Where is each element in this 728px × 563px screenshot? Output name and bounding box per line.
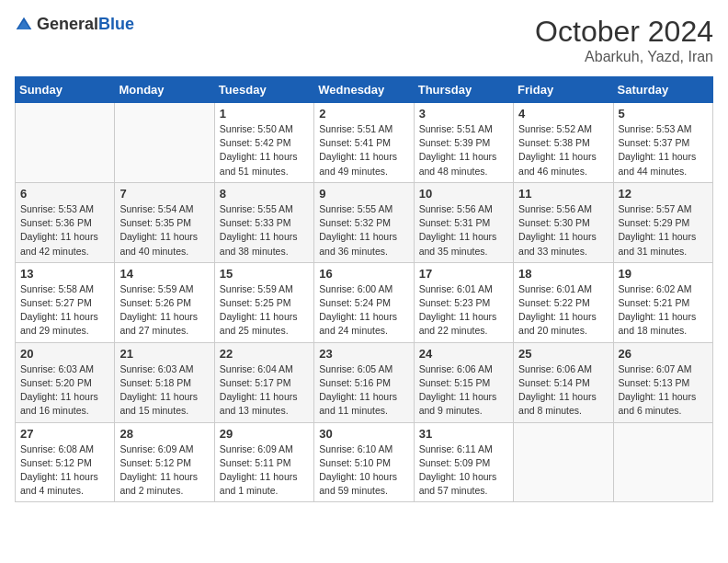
header-day-saturday: Saturday (613, 77, 712, 103)
calendar-cell (514, 422, 613, 502)
calendar-cell: 9Sunrise: 5:55 AM Sunset: 5:32 PM Daylig… (314, 182, 414, 262)
calendar-week-row: 20Sunrise: 6:03 AM Sunset: 5:20 PM Dayli… (16, 342, 713, 422)
cell-day-number: 24 (419, 347, 508, 361)
cell-day-number: 29 (220, 427, 309, 441)
page-header: GeneralBlue October 2024 Abarkuh, Yazd, … (15, 15, 713, 65)
calendar-cell: 11Sunrise: 5:56 AM Sunset: 5:30 PM Dayli… (514, 182, 613, 262)
calendar-cell: 4Sunrise: 5:52 AM Sunset: 5:38 PM Daylig… (514, 103, 613, 183)
calendar-cell: 17Sunrise: 6:01 AM Sunset: 5:23 PM Dayli… (414, 262, 513, 342)
cell-info-text: Sunrise: 6:03 AM Sunset: 5:18 PM Dayligh… (119, 362, 209, 419)
logo: GeneralBlue (15, 15, 134, 34)
cell-info-text: Sunrise: 5:51 AM Sunset: 5:41 PM Dayligh… (319, 122, 408, 178)
cell-info-text: Sunrise: 5:53 AM Sunset: 5:36 PM Dayligh… (20, 202, 109, 259)
cell-day-number: 17 (419, 267, 508, 281)
cell-info-text: Sunrise: 5:58 AM Sunset: 5:27 PM Dayligh… (20, 282, 109, 339)
cell-day-number: 2 (319, 107, 408, 121)
cell-day-number: 15 (220, 267, 309, 281)
calendar-cell: 23Sunrise: 6:05 AM Sunset: 5:16 PM Dayli… (314, 342, 414, 422)
calendar-cell: 6Sunrise: 5:53 AM Sunset: 5:36 PM Daylig… (16, 182, 115, 262)
cell-day-number: 3 (419, 107, 508, 121)
cell-info-text: Sunrise: 5:57 AM Sunset: 5:29 PM Dayligh… (619, 202, 708, 259)
calendar-cell: 30Sunrise: 6:10 AM Sunset: 5:10 PM Dayli… (314, 422, 414, 502)
cell-info-text: Sunrise: 6:06 AM Sunset: 5:15 PM Dayligh… (419, 362, 508, 419)
calendar-cell: 15Sunrise: 5:59 AM Sunset: 5:25 PM Dayli… (214, 262, 313, 342)
calendar-cell: 2Sunrise: 5:51 AM Sunset: 5:41 PM Daylig… (314, 103, 414, 183)
cell-day-number: 25 (518, 347, 608, 361)
cell-day-number: 31 (419, 427, 508, 441)
cell-info-text: Sunrise: 6:07 AM Sunset: 5:13 PM Dayligh… (619, 362, 708, 419)
cell-day-number: 16 (319, 267, 408, 281)
header-day-monday: Monday (115, 77, 214, 103)
calendar-cell: 12Sunrise: 5:57 AM Sunset: 5:29 PM Dayli… (613, 182, 712, 262)
calendar-cell (16, 103, 115, 183)
cell-day-number: 5 (619, 107, 708, 121)
calendar-cell: 8Sunrise: 5:55 AM Sunset: 5:33 PM Daylig… (214, 182, 313, 262)
cell-day-number: 27 (20, 427, 109, 441)
cell-day-number: 7 (119, 187, 209, 201)
cell-day-number: 22 (220, 347, 309, 361)
cell-day-number: 21 (119, 347, 209, 361)
cell-day-number: 30 (319, 427, 408, 441)
calendar-cell: 26Sunrise: 6:07 AM Sunset: 5:13 PM Dayli… (613, 342, 712, 422)
header-day-friday: Friday (514, 77, 613, 103)
logo-text-general: General (37, 15, 98, 33)
logo-icon (15, 16, 33, 34)
cell-day-number: 6 (20, 187, 109, 201)
calendar-subtitle: Abarkuh, Yazd, Iran (535, 49, 713, 65)
cell-day-number: 19 (619, 267, 708, 281)
calendar-week-row: 1Sunrise: 5:50 AM Sunset: 5:42 PM Daylig… (16, 103, 713, 183)
header-day-sunday: Sunday (16, 77, 115, 103)
cell-info-text: Sunrise: 6:11 AM Sunset: 5:09 PM Dayligh… (419, 442, 508, 499)
cell-day-number: 8 (220, 187, 309, 201)
calendar-cell: 24Sunrise: 6:06 AM Sunset: 5:15 PM Dayli… (414, 342, 513, 422)
cell-info-text: Sunrise: 5:56 AM Sunset: 5:31 PM Dayligh… (419, 202, 508, 259)
cell-day-number: 9 (319, 187, 408, 201)
cell-info-text: Sunrise: 6:04 AM Sunset: 5:17 PM Dayligh… (220, 362, 309, 419)
logo-text-blue: Blue (98, 15, 134, 33)
cell-info-text: Sunrise: 5:52 AM Sunset: 5:38 PM Dayligh… (518, 122, 608, 178)
calendar-week-row: 27Sunrise: 6:08 AM Sunset: 5:12 PM Dayli… (16, 422, 713, 502)
cell-day-number: 10 (419, 187, 508, 201)
calendar-cell: 1Sunrise: 5:50 AM Sunset: 5:42 PM Daylig… (214, 103, 313, 183)
cell-info-text: Sunrise: 5:51 AM Sunset: 5:39 PM Dayligh… (419, 122, 508, 178)
calendar-cell: 21Sunrise: 6:03 AM Sunset: 5:18 PM Dayli… (115, 342, 214, 422)
calendar-cell: 5Sunrise: 5:53 AM Sunset: 5:37 PM Daylig… (613, 103, 712, 183)
cell-day-number: 14 (119, 267, 209, 281)
calendar-cell: 13Sunrise: 5:58 AM Sunset: 5:27 PM Dayli… (16, 262, 115, 342)
cell-day-number: 23 (319, 347, 408, 361)
cell-info-text: Sunrise: 6:01 AM Sunset: 5:23 PM Dayligh… (419, 282, 508, 339)
calendar-cell: 3Sunrise: 5:51 AM Sunset: 5:39 PM Daylig… (414, 103, 513, 183)
cell-day-number: 26 (619, 347, 708, 361)
cell-info-text: Sunrise: 5:54 AM Sunset: 5:35 PM Dayligh… (119, 202, 209, 259)
cell-day-number: 1 (220, 107, 309, 121)
cell-info-text: Sunrise: 6:09 AM Sunset: 5:11 PM Dayligh… (220, 442, 309, 499)
cell-day-number: 18 (518, 267, 608, 281)
calendar-cell: 28Sunrise: 6:09 AM Sunset: 5:12 PM Dayli… (115, 422, 214, 502)
cell-info-text: Sunrise: 5:59 AM Sunset: 5:25 PM Dayligh… (220, 282, 309, 339)
cell-info-text: Sunrise: 5:50 AM Sunset: 5:42 PM Dayligh… (220, 122, 309, 178)
cell-info-text: Sunrise: 6:06 AM Sunset: 5:14 PM Dayligh… (518, 362, 608, 419)
cell-info-text: Sunrise: 5:56 AM Sunset: 5:30 PM Dayligh… (518, 202, 608, 259)
calendar-week-row: 13Sunrise: 5:58 AM Sunset: 5:27 PM Dayli… (16, 262, 713, 342)
cell-day-number: 28 (119, 427, 209, 441)
cell-info-text: Sunrise: 6:08 AM Sunset: 5:12 PM Dayligh… (20, 442, 109, 499)
calendar-table: SundayMondayTuesdayWednesdayThursdayFrid… (15, 76, 713, 502)
cell-day-number: 11 (518, 187, 608, 201)
calendar-cell: 16Sunrise: 6:00 AM Sunset: 5:24 PM Dayli… (314, 262, 414, 342)
cell-info-text: Sunrise: 5:59 AM Sunset: 5:26 PM Dayligh… (119, 282, 209, 339)
calendar-cell: 20Sunrise: 6:03 AM Sunset: 5:20 PM Dayli… (16, 342, 115, 422)
calendar-title: October 2024 (535, 15, 713, 49)
calendar-cell: 7Sunrise: 5:54 AM Sunset: 5:35 PM Daylig… (115, 182, 214, 262)
calendar-cell: 25Sunrise: 6:06 AM Sunset: 5:14 PM Dayli… (514, 342, 613, 422)
calendar-header-row: SundayMondayTuesdayWednesdayThursdayFrid… (16, 77, 713, 103)
calendar-cell: 31Sunrise: 6:11 AM Sunset: 5:09 PM Dayli… (414, 422, 513, 502)
calendar-cell: 19Sunrise: 6:02 AM Sunset: 5:21 PM Dayli… (613, 262, 712, 342)
calendar-cell: 10Sunrise: 5:56 AM Sunset: 5:31 PM Dayli… (414, 182, 513, 262)
cell-info-text: Sunrise: 6:09 AM Sunset: 5:12 PM Dayligh… (119, 442, 209, 499)
calendar-week-row: 6Sunrise: 5:53 AM Sunset: 5:36 PM Daylig… (16, 182, 713, 262)
cell-info-text: Sunrise: 6:02 AM Sunset: 5:21 PM Dayligh… (619, 282, 708, 339)
cell-info-text: Sunrise: 6:03 AM Sunset: 5:20 PM Dayligh… (20, 362, 109, 419)
cell-info-text: Sunrise: 5:55 AM Sunset: 5:33 PM Dayligh… (220, 202, 309, 259)
cell-info-text: Sunrise: 6:00 AM Sunset: 5:24 PM Dayligh… (319, 282, 408, 339)
cell-day-number: 4 (518, 107, 608, 121)
